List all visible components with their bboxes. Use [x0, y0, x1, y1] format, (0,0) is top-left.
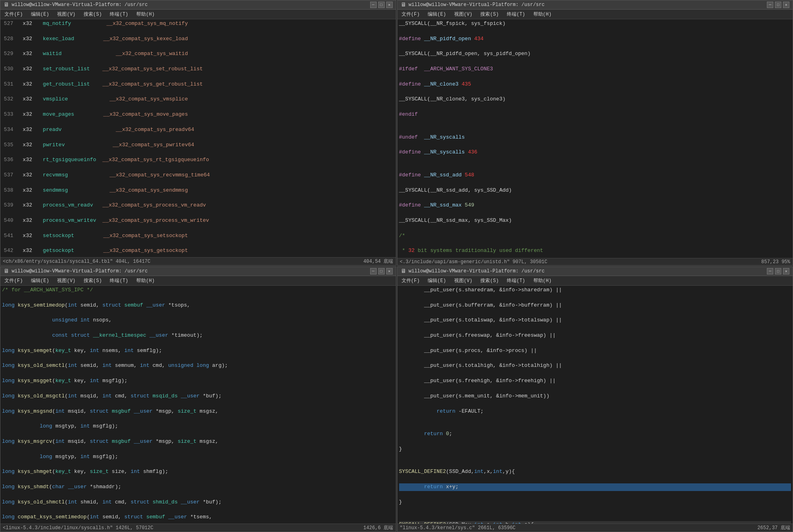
window-bottom-right: 🖥 willow@willow-VMware-Virtual-Platform:… [397, 266, 793, 532]
menu-file-tr[interactable]: 文件(F) [400, 10, 422, 18]
status-left-br: "linux-5.4.3/kernel/sys.c" 2661L, 63596C [400, 525, 516, 531]
terminal-icon-tr: 🖥 [401, 2, 406, 8]
status-bar-top-left: <ch/x86/entry/syscalls/syscall_64.tbl" 4… [0, 257, 396, 265]
title-text-bottom-right: willow@willow-VMware-Virtual-Platform: /… [409, 268, 545, 274]
minimize-button-top-right[interactable]: ─ [767, 2, 773, 8]
maximize-button-top-right[interactable]: □ [775, 2, 781, 8]
maximize-button-bl[interactable]: □ [378, 268, 385, 274]
menu-file-tl[interactable]: 文件(F) [3, 10, 25, 18]
status-bar-bottom-right: "linux-5.4.3/kernel/sys.c" 2661L, 63596C… [398, 524, 793, 532]
title-text-top-left: willow@willow-VMware-Virtual-Platform: /… [12, 2, 148, 8]
menu-help-tr[interactable]: 帮助(H) [532, 10, 553, 18]
menu-view-tl[interactable]: 视图(V) [55, 10, 77, 18]
menu-help-bl[interactable]: 帮助(H) [135, 277, 156, 284]
menu-terminal-tl[interactable]: 终端(T) [108, 10, 130, 18]
terminal-icon-bl: 🖥 [4, 268, 9, 274]
status-left-bl: <linux-5.4.3/include/linux/syscalls.h" 1… [3, 525, 153, 531]
menu-terminal-bl[interactable]: 终端(T) [108, 277, 130, 284]
menu-help-tl[interactable]: 帮助(H) [135, 10, 156, 18]
title-bar-bottom-left: 🖥 willow@willow-VMware-Virtual-Platform:… [0, 267, 396, 276]
menu-edit-tl[interactable]: 编辑(E) [29, 10, 51, 18]
menu-search-tr[interactable]: 搜索(S) [479, 10, 500, 18]
window-controls-bottom-left: ─ □ ✕ [370, 268, 393, 274]
code-content-bottom-right: __put_user(s.sharedram, &info->sharedram… [398, 286, 793, 524]
status-bar-bottom-left: <linux-5.4.3/include/linux/syscalls.h" 1… [0, 524, 396, 532]
terminal-icon: 🖥 [4, 2, 9, 8]
title-text-bottom-left: willow@willow-VMware-Virtual-Platform: /… [12, 268, 148, 274]
menu-terminal-tr[interactable]: 终端(T) [505, 10, 527, 18]
menu-bar-bottom-left: 文件(F) 编辑(E) 视图(V) 搜索(S) 终端(T) 帮助(H) [0, 276, 396, 286]
menu-edit-tr[interactable]: 编辑(E) [426, 10, 448, 18]
menu-terminal-br[interactable]: 终端(T) [505, 277, 527, 284]
minimize-button-bl[interactable]: ─ [370, 268, 377, 274]
title-bar-bottom-right: 🖥 willow@willow-VMware-Virtual-Platform:… [398, 267, 793, 276]
status-right-tr: 857,23 95% [761, 259, 790, 265]
menu-bar-top-left: 文件(F) 编辑(E) 视图(V) 搜索(S) 终端(T) 帮助(H) [0, 10, 396, 19]
menu-edit-bl[interactable]: 编辑(E) [29, 277, 51, 284]
menu-search-bl[interactable]: 搜索(S) [82, 277, 104, 284]
window-controls-top-left: ─ □ ✕ [370, 2, 393, 8]
menu-search-tl[interactable]: 搜索(S) [82, 10, 104, 18]
menu-view-br[interactable]: 视图(V) [453, 277, 474, 284]
status-right-bl: 1426,6 底端 [363, 524, 393, 531]
terminal-icon-br: 🖥 [401, 268, 406, 274]
window-bottom-left: 🖥 willow@willow-VMware-Virtual-Platform:… [0, 266, 396, 532]
menu-bar-bottom-right: 文件(F) 编辑(E) 视图(V) 搜索(S) 终端(T) 帮助(H) [398, 276, 793, 286]
status-left-tl: <ch/x86/entry/syscalls/syscall_64.tbl" 4… [3, 259, 150, 264]
status-right-tl: 404,54 底端 [363, 258, 393, 265]
window-top-right: 🖥 willow@willow-VMware-Virtual-Platform:… [397, 0, 793, 266]
title-bar-top-right: 🖥 willow@willow-VMware-Virtual-Platform:… [398, 0, 793, 10]
status-left-tr: <.3/include/uapi/asm-generic/unistd.h" 9… [400, 259, 547, 265]
close-button-bl[interactable]: ✕ [386, 268, 393, 274]
close-button-top-right[interactable]: ✕ [783, 2, 789, 8]
menu-file-br[interactable]: 文件(F) [400, 277, 422, 284]
code-content-top-left: 527 x32 mq_notify __x32_compat_sys_mq_no… [0, 19, 396, 257]
menu-search-br[interactable]: 搜索(S) [479, 277, 500, 284]
close-button-br[interactable]: ✕ [783, 268, 789, 274]
code-content-bottom-left: /* for __ARCH_WANT_SYS_IPC */ long ksys_… [0, 286, 396, 524]
menu-bar-top-right: 文件(F) 编辑(E) 视图(V) 搜索(S) 终端(T) 帮助(H) [398, 10, 793, 19]
minimize-button-top-left[interactable]: ─ [370, 2, 377, 8]
maximize-button-br[interactable]: □ [775, 268, 781, 274]
window-controls-bottom-right: ─ □ ✕ [767, 268, 789, 274]
close-button-top-left[interactable]: ✕ [386, 2, 393, 8]
menu-view-bl[interactable]: 视图(V) [55, 277, 77, 284]
code-content-top-right: __SYSCALL(__NR_fspick, sys_fspick) #defi… [398, 19, 793, 258]
menu-help-br[interactable]: 帮助(H) [532, 277, 553, 284]
window-top-left: 🖥 willow@willow-VMware-Virtual-Platform:… [0, 0, 396, 266]
status-right-br: 2652,37 底端 [757, 524, 790, 531]
window-controls-top-right: ─ □ ✕ [767, 2, 789, 8]
title-text-top-right: willow@willow-VMware-Virtual-Platform: /… [409, 2, 545, 8]
status-bar-top-right: <.3/include/uapi/asm-generic/unistd.h" 9… [398, 258, 793, 265]
maximize-button-top-left[interactable]: □ [378, 2, 385, 8]
title-bar-top-left: 🖥 willow@willow-VMware-Virtual-Platform:… [0, 0, 396, 10]
minimize-button-br[interactable]: ─ [767, 268, 773, 274]
menu-file-bl[interactable]: 文件(F) [3, 277, 25, 284]
menu-view-tr[interactable]: 视图(V) [453, 10, 474, 18]
menu-edit-br[interactable]: 编辑(E) [426, 277, 448, 284]
